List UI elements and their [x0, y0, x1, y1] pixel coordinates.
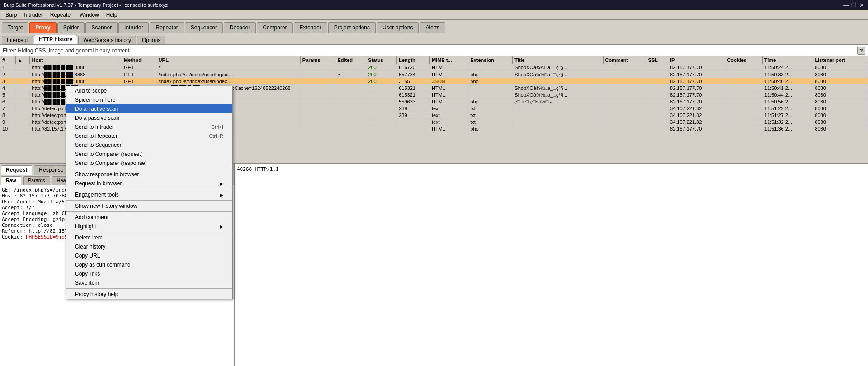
ctx-send-to-comparer-req[interactable]: Send to Comparer (request)	[66, 150, 232, 159]
ctx-add-comment[interactable]: Add comment	[66, 213, 232, 222]
minimize-button[interactable]: —	[843, 2, 849, 9]
tab-comparer[interactable]: Comparer	[257, 22, 292, 33]
ctx-send-to-sequencer[interactable]: Send to Sequencer	[66, 141, 232, 150]
table-cell	[725, 85, 762, 92]
table-cell: 2	[0, 71, 16, 78]
table-cell: 82.157.177.70	[668, 85, 725, 92]
table-cell: HTML	[429, 85, 468, 92]
ctx-show-history-window[interactable]: Show new history window	[66, 202, 232, 211]
close-button[interactable]: ✕	[859, 2, 864, 9]
table-cell	[513, 119, 603, 126]
table-cell: HTML	[429, 99, 468, 105]
ctx-send-to-repeater[interactable]: Send to Repeater Ctrl+R	[66, 131, 232, 141]
filter-help-button[interactable]: ?	[857, 47, 865, 55]
ctx-clear-history[interactable]: Clear history	[66, 242, 232, 251]
filter-bar: Filter: Hiding CSS, image and general bi…	[0, 45, 868, 56]
tab-spider[interactable]: Spider	[57, 22, 85, 33]
col-num: #	[0, 56, 16, 64]
subtab-http-history[interactable]: HTTP history	[34, 35, 77, 44]
ctx-copy-links[interactable]: Copy links	[66, 269, 232, 278]
req-inner-raw[interactable]: Raw	[1, 176, 21, 185]
tab-user-options[interactable]: User options	[377, 22, 419, 33]
tab-target[interactable]: Target	[2, 22, 28, 33]
table-cell: text	[429, 105, 468, 112]
table-cell: 11:50:56 2...	[762, 99, 813, 105]
table-row[interactable]: 2http://██.██.█.██:8888GET/index.php?s=/…	[0, 71, 868, 78]
table-cell	[513, 105, 603, 112]
table-cell: 10	[0, 126, 16, 132]
table-cell	[603, 71, 646, 78]
tab-intruder[interactable]: Intruder	[118, 22, 149, 33]
table-cell	[603, 92, 646, 99]
sub-tab-bar: Intercept HTTP history WebSockets histor…	[0, 33, 868, 45]
table-cell	[646, 119, 668, 126]
table-cell	[646, 112, 668, 119]
table-row[interactable]: 3http://██.██.█.██:8888GET/index.php?s=/…	[0, 78, 868, 85]
table-cell: 82.157.177.70	[668, 126, 725, 132]
table-cell: 11:50:33 2...	[762, 71, 813, 78]
ctx-copy-url[interactable]: Copy URL	[66, 251, 232, 260]
table-cell: 34.107.221.82	[668, 119, 725, 126]
ctx-save-item[interactable]: Save item	[66, 278, 232, 287]
table-cell: 8080	[813, 105, 868, 112]
ctx-do-active-scan[interactable]: Do an active scan	[66, 104, 232, 113]
ctx-engagement-tools[interactable]: Engagement tools ▶	[66, 190, 232, 199]
ctx-sep-1	[66, 169, 232, 169]
ctx-show-response-browser[interactable]: Show response in browser	[66, 170, 232, 179]
ctx-spider-from-here[interactable]: Spider from here	[66, 95, 232, 104]
ctx-do-passive-scan[interactable]: Do a passive scan	[66, 113, 232, 122]
req-inner-params[interactable]: Params	[23, 176, 50, 185]
ctx-copy-curl[interactable]: Copy as curl command	[66, 260, 232, 269]
menu-help[interactable]: Help	[103, 11, 121, 19]
table-cell: 8080	[813, 85, 868, 92]
table-cell	[15, 99, 30, 105]
table-cell	[300, 119, 335, 126]
table-cell	[366, 119, 397, 126]
menu-repeater[interactable]: Repeater	[47, 11, 76, 19]
tab-scanner[interactable]: Scanner	[85, 22, 118, 33]
col-ssl: SSL	[646, 56, 668, 64]
window-title: Burp Suite Professional v1.7.37 - Tempor…	[4, 2, 168, 8]
table-cell	[300, 71, 335, 78]
table-cell	[15, 71, 30, 78]
table-cell	[335, 119, 366, 126]
subtab-websockets[interactable]: WebSockets history	[78, 36, 136, 44]
table-cell: 200	[366, 78, 397, 85]
tab-repeater[interactable]: Repeater	[150, 22, 184, 33]
table-cell: /	[156, 64, 300, 71]
ctx-highlight[interactable]: Highlight ▶	[66, 222, 232, 231]
subtab-intercept[interactable]: Intercept	[2, 36, 33, 44]
maximize-button[interactable]: ❐	[851, 2, 857, 9]
ctx-proxy-history-help[interactable]: Proxy history help	[66, 290, 232, 299]
tab-project-options[interactable]: Project options	[328, 22, 376, 33]
ctx-send-to-intruder[interactable]: Send to Intruder Ctrl+I	[66, 122, 232, 131]
table-cell: 3	[0, 78, 16, 85]
tab-extender[interactable]: Extender	[294, 22, 327, 33]
col-mime: MIME t...	[429, 56, 468, 64]
table-cell	[603, 105, 646, 112]
response-panel: 40268 HTTP/1.1	[235, 164, 868, 366]
table-cell: 34.107.221.82	[668, 105, 725, 112]
subtab-options[interactable]: Options	[137, 36, 165, 44]
tab-proxy[interactable]: Proxy	[29, 22, 56, 33]
table-cell	[646, 105, 668, 112]
menu-intruder[interactable]: Intruder	[20, 11, 46, 19]
table-cell: 7	[0, 105, 16, 112]
tab-decoder[interactable]: Decoder	[224, 22, 256, 33]
table-cell: ShopXOà¾½□a_□ç°§...	[513, 71, 603, 78]
req-tab-request[interactable]: Request	[1, 165, 32, 175]
tab-sequencer[interactable]: Sequencer	[185, 22, 223, 33]
req-tab-response[interactable]: Response	[34, 165, 68, 175]
table-cell	[335, 99, 366, 105]
ctx-send-to-comparer-res[interactable]: Send to Comparer (response)	[66, 159, 232, 168]
ctx-delete-item[interactable]: Delete item	[66, 233, 232, 242]
table-row[interactable]: 1http://██.██.█.██:8888GET/200616720HTML…	[0, 64, 868, 71]
ctx-add-to-scope[interactable]: Add to scope	[66, 86, 232, 95]
tab-alerts[interactable]: Alerts	[420, 22, 445, 33]
menu-window[interactable]: Window	[76, 11, 103, 19]
table-cell: ✓	[335, 71, 366, 78]
menu-burp[interactable]: Burp	[2, 11, 20, 19]
response-body: 40268 HTTP/1.1	[235, 164, 868, 366]
table-cell: 239	[397, 105, 430, 112]
ctx-request-in-browser[interactable]: Request in browser ▶	[66, 179, 232, 188]
